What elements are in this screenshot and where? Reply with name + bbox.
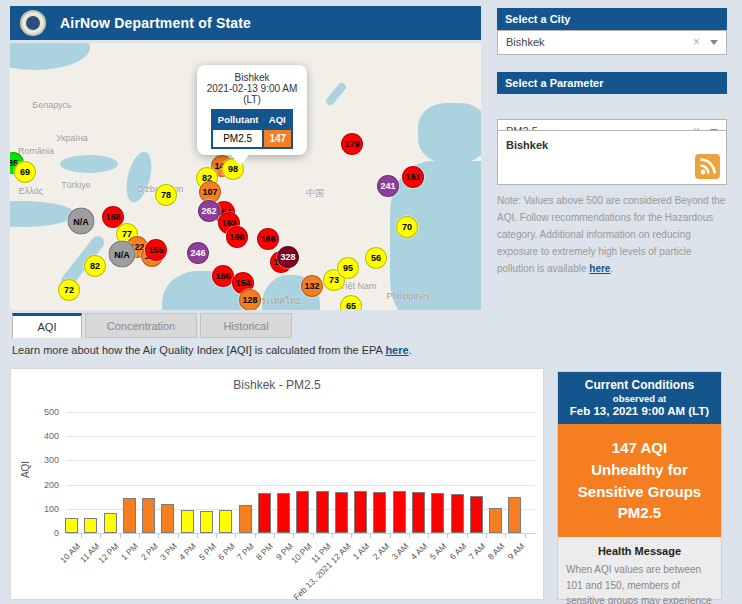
chart-bar[interactable] xyxy=(181,510,194,533)
tab-bar: AQI Concentration Historical xyxy=(12,313,292,338)
chart-x-tick xyxy=(293,534,294,538)
chart-x-tick xyxy=(332,534,333,538)
chart-bar[interactable] xyxy=(104,513,117,533)
aqi-map-marker[interactable]: 65 xyxy=(340,295,362,310)
learn-more-text: Learn more about how the Air Quality Ind… xyxy=(12,344,412,356)
aqi-map-marker[interactable]: 78 xyxy=(155,184,177,206)
chart-bar[interactable] xyxy=(393,491,406,533)
popup-aqi-value: 147 xyxy=(263,129,292,148)
aqi-map-marker[interactable]: 161 xyxy=(402,166,424,188)
aqi-map-marker[interactable]: N/A xyxy=(68,208,95,235)
chart-gridline xyxy=(66,460,535,461)
map-place-label: Ελλάς xyxy=(19,186,43,196)
chart-x-tick xyxy=(235,534,236,538)
chart-gridline xyxy=(66,436,535,437)
chart-x-tick xyxy=(100,534,101,538)
chart-bar[interactable] xyxy=(277,493,290,533)
app-title: AirNow Department of State xyxy=(60,15,251,31)
aqi-map-marker[interactable]: N/A xyxy=(109,241,136,268)
city-chevron-down-icon[interactable] xyxy=(710,40,718,45)
chart-y-tick-label: 300 xyxy=(29,455,59,465)
learn-more-prefix: Learn more about how the Air Quality Ind… xyxy=(12,344,385,356)
chart-bar[interactable] xyxy=(335,492,348,533)
tab-concentration[interactable]: Concentration xyxy=(85,313,197,338)
aqi-map-marker[interactable]: 166 xyxy=(212,265,234,287)
chart-bar[interactable] xyxy=(65,518,78,533)
map-place-label: Việt Nam xyxy=(340,281,377,291)
select-parameter-header: Select a Parameter xyxy=(497,72,727,94)
chart-bar[interactable] xyxy=(489,508,502,533)
chart-x-tick-label: 10 PM xyxy=(289,541,313,565)
chart-x-tick xyxy=(158,534,159,538)
chart-bar[interactable] xyxy=(258,493,271,533)
chart-bar[interactable] xyxy=(451,494,464,533)
feed-city-name: Bishkek xyxy=(506,139,548,151)
rss-feed-icon[interactable] xyxy=(695,154,720,179)
chart-x-tick xyxy=(313,534,314,538)
chart-bar[interactable] xyxy=(412,492,425,533)
current-conditions-title: Current Conditions xyxy=(562,378,717,392)
chart-x-tick-label: 8 PM xyxy=(254,541,275,562)
chart-bar[interactable] xyxy=(239,505,252,533)
chart-bar[interactable] xyxy=(84,518,97,533)
aqi-map-marker[interactable]: 82 xyxy=(84,255,106,277)
popup-pointer xyxy=(231,155,249,166)
chart-x-tick xyxy=(525,534,526,538)
aqi-map-marker[interactable]: 166 xyxy=(257,228,279,250)
aqi-map-marker[interactable]: 69 xyxy=(14,161,36,183)
map-place-label: Беларусь xyxy=(32,100,71,110)
chart-x-tick xyxy=(216,534,217,538)
chart-x-tick xyxy=(409,534,410,538)
chart-x-tick xyxy=(255,534,256,538)
tab-aqi[interactable]: AQI xyxy=(12,313,82,338)
city-select[interactable]: Bishkek × xyxy=(497,30,727,55)
chart-title: Bishkek - PM2.5 xyxy=(11,378,543,392)
chart-gridline xyxy=(66,485,535,486)
chart-bar[interactable] xyxy=(161,504,174,533)
aqi-map-marker[interactable]: 328 xyxy=(277,246,299,268)
chart-x-tick-label: 7 PM xyxy=(235,541,256,562)
aqi-map-marker[interactable]: 70 xyxy=(396,216,418,238)
aqi-map-marker[interactable]: 179 xyxy=(341,133,363,155)
chart-x-tick xyxy=(178,534,179,538)
map-popup: Bishkek 2021-02-13 9:00 AM (LT) Pollutan… xyxy=(197,65,307,155)
aqi-map-marker[interactable]: 198 xyxy=(226,226,248,248)
aqi-map-marker[interactable]: 262 xyxy=(198,200,220,222)
select-city-header: Select a City xyxy=(497,8,727,30)
aqi-map-marker[interactable]: 128 xyxy=(239,289,261,310)
city-clear-icon[interactable]: × xyxy=(693,31,700,54)
chart-x-axis-line xyxy=(66,533,537,534)
chart-x-tick xyxy=(505,534,506,538)
aqi-map-marker[interactable]: 246 xyxy=(187,242,209,264)
chart-bar[interactable] xyxy=(219,510,232,533)
sea-shape xyxy=(10,43,90,70)
chart-x-tick-label: 3 AM xyxy=(390,541,411,562)
map-place-label: Türkiye xyxy=(61,180,91,190)
chart-x-tick xyxy=(467,534,468,538)
aqi-map-marker[interactable]: 241 xyxy=(377,175,399,197)
chart-bar[interactable] xyxy=(296,491,309,533)
chart-bar[interactable] xyxy=(316,491,329,533)
chart-bar[interactable] xyxy=(373,492,386,533)
aqi-note-text: Note: Values above 500 are considered Be… xyxy=(497,192,730,277)
chart-bar[interactable] xyxy=(508,497,521,533)
sea-shape xyxy=(10,201,75,227)
chart-x-tick-label: 2 PM xyxy=(139,541,160,562)
aqi-map-marker[interactable]: 56 xyxy=(365,247,387,269)
tab-historical[interactable]: Historical xyxy=(200,313,292,338)
chart-bar[interactable] xyxy=(354,491,367,533)
aqi-world-map[interactable]: БеларусьУкраїнаRomâniaΕλλάςTürkiyeO'zbek… xyxy=(10,43,481,310)
aqi-map-marker[interactable]: 132 xyxy=(301,275,323,297)
current-aqi-category: Unhealthy for Sensitive Groups xyxy=(564,459,715,503)
learn-more-link[interactable]: here xyxy=(385,344,408,356)
aqi-map-marker[interactable]: 72 xyxy=(58,279,80,301)
chart-bar[interactable] xyxy=(200,511,213,533)
chart-bar[interactable] xyxy=(431,493,444,533)
aqi-map-marker[interactable]: 155 xyxy=(145,239,167,261)
chart-bar[interactable] xyxy=(142,498,155,533)
aqi-map-marker[interactable]: 95 xyxy=(337,257,359,279)
chart-bar[interactable] xyxy=(123,498,136,533)
note-link[interactable]: here xyxy=(589,263,610,274)
chart-x-tick xyxy=(447,534,448,538)
chart-bar[interactable] xyxy=(470,496,483,533)
